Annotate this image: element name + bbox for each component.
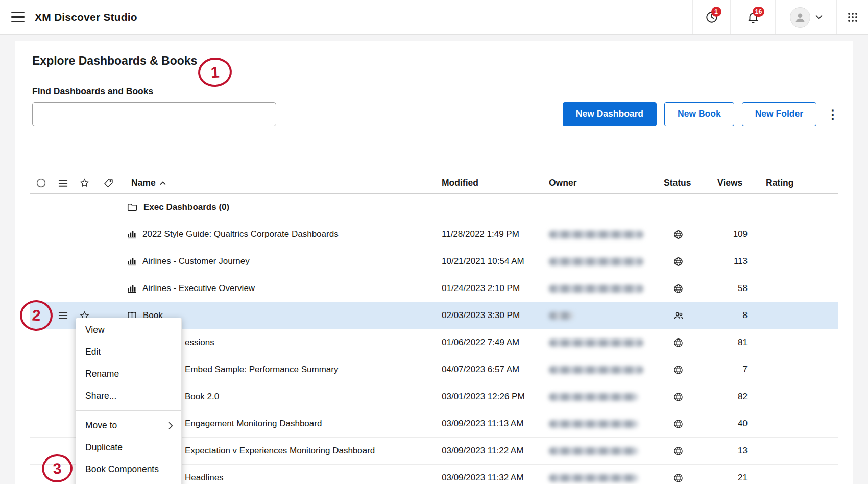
menu-item-rename[interactable]: Rename xyxy=(76,363,181,385)
folder-icon xyxy=(127,202,138,213)
menu-item-label: Duplicate xyxy=(85,442,123,453)
row-owner xyxy=(549,339,664,347)
menu-item-book-components[interactable]: Book Components xyxy=(76,458,181,480)
row-owner xyxy=(549,366,664,374)
row-name-text: Expectation v Experiences Monitoring Das… xyxy=(185,446,375,456)
global-menu-icon[interactable] xyxy=(11,12,25,22)
new-dashboard-button[interactable]: New Dashboard xyxy=(563,102,657,126)
notifications-badge: 16 xyxy=(753,7,765,17)
row-name-text: Airlines - Customer Journey xyxy=(142,256,250,267)
row-status xyxy=(664,283,717,294)
table-row[interactable]: 2022 Style Guide: Qualtrics Corporate Da… xyxy=(30,221,838,248)
table-row[interactable]: Airlines - Executive Overview01/24/2023 … xyxy=(30,275,838,302)
menu-divider xyxy=(76,410,181,411)
column-header-name[interactable]: Name xyxy=(122,178,442,188)
new-book-button[interactable]: New Book xyxy=(664,102,734,126)
app-switcher-button[interactable] xyxy=(836,0,868,34)
table-header: Name Modified Owner Status Views Rating xyxy=(30,173,838,194)
owner-blurred-text xyxy=(549,447,638,455)
row-modified: 03/09/2023 11:22 AM xyxy=(442,446,549,456)
row-name-text: Embed Sample: Performance Summary xyxy=(185,365,338,375)
clock-icon: 1 xyxy=(705,11,718,24)
menu-item-edit[interactable]: Edit xyxy=(76,341,181,363)
table-row[interactable]: Airlines - Customer Journey10/21/2021 10… xyxy=(30,248,838,275)
menu-item-label: Share... xyxy=(85,391,116,401)
column-header-views[interactable]: Views xyxy=(717,178,766,188)
row-owner xyxy=(549,231,664,238)
menu-item-move-to[interactable]: Move to xyxy=(76,415,181,437)
row-name-text: Airlines - Executive Overview xyxy=(142,283,255,294)
row-status xyxy=(664,256,717,267)
dashboard-icon xyxy=(127,256,137,267)
new-folder-button[interactable]: New Folder xyxy=(742,102,816,126)
alerts-button[interactable]: 1 xyxy=(692,0,730,34)
row-status xyxy=(664,392,717,402)
notifications-button[interactable]: 16 xyxy=(730,0,775,34)
select-all-circle-icon[interactable] xyxy=(30,178,52,188)
topbar-right: 1 16 xyxy=(692,0,868,34)
row-status xyxy=(664,310,717,321)
page-title: Explore Dashboards & Books xyxy=(32,54,197,68)
status-public-icon xyxy=(673,446,684,456)
column-header-rating[interactable]: Rating xyxy=(766,178,838,188)
status-public-icon xyxy=(673,229,684,240)
owner-blurred-text xyxy=(549,366,643,374)
row-status xyxy=(664,446,717,456)
filter-menu-icon[interactable] xyxy=(52,179,74,187)
row-modified: 10/21/2021 10:54 AM xyxy=(442,256,549,267)
menu-item-duplicate[interactable]: Duplicate xyxy=(76,437,181,458)
status-public-icon xyxy=(673,473,684,483)
status-public-icon xyxy=(673,419,684,429)
row-name-text: 2022 Style Guide: Qualtrics Corporate Da… xyxy=(142,229,339,239)
row-owner xyxy=(549,447,664,455)
find-label: Find Dashboards and Books xyxy=(32,86,153,97)
row-status xyxy=(664,337,717,348)
row-name: 2022 Style Guide: Qualtrics Corporate Da… xyxy=(122,229,442,239)
action-buttons: New Dashboard New Book New Folder ⋮ xyxy=(563,102,839,126)
row-name-text: Engagement Monitoring Dashboard xyxy=(185,419,322,429)
status-shared-icon xyxy=(673,310,684,321)
owner-blurred-text xyxy=(549,339,643,347)
dashboard-icon xyxy=(127,283,137,294)
row-views: 21 xyxy=(717,473,766,483)
row-name-text: Headlines xyxy=(185,473,224,483)
dashboard-icon xyxy=(127,229,137,239)
menu-item-label: Book Components xyxy=(85,464,159,475)
menu-item-share[interactable]: Share... xyxy=(76,385,181,407)
menu-item-label: Edit xyxy=(85,347,101,357)
row-owner xyxy=(549,420,664,428)
labels-tag-icon[interactable] xyxy=(95,178,122,188)
column-header-modified[interactable]: Modified xyxy=(442,178,549,188)
menu-item-label: View xyxy=(85,325,105,335)
status-public-icon xyxy=(673,337,684,348)
row-name-text: Book 2.0 xyxy=(185,392,219,402)
more-actions-icon[interactable]: ⋮ xyxy=(826,109,839,119)
row-name: Airlines - Executive Overview xyxy=(122,283,442,294)
search-input[interactable] xyxy=(32,102,276,126)
row-status xyxy=(664,365,717,375)
owner-blurred-text xyxy=(549,312,573,320)
row-owner xyxy=(549,393,664,401)
column-header-status[interactable]: Status xyxy=(664,178,717,188)
owner-blurred-text xyxy=(549,420,638,428)
row-views: 7 xyxy=(717,365,766,375)
row-name-text: Exec Dashboards (0) xyxy=(143,202,229,212)
app-title: XM Discover Studio xyxy=(35,11,137,23)
row-modified: 01/24/2023 2:10 PM xyxy=(442,283,549,294)
row-menu-icon[interactable] xyxy=(52,311,74,320)
favorites-star-icon[interactable] xyxy=(74,178,95,188)
menu-item-view[interactable]: View xyxy=(76,319,181,341)
row-views: 81 xyxy=(717,337,766,348)
status-public-icon xyxy=(673,283,684,294)
row-views: 8 xyxy=(717,310,766,321)
row-modified: 01/06/2022 7:49 AM xyxy=(442,337,549,348)
user-menu-button[interactable] xyxy=(775,0,836,34)
row-owner xyxy=(549,312,664,320)
row-views: 109 xyxy=(717,229,766,239)
row-status xyxy=(664,473,717,483)
row-modified: 03/09/2023 11:13 AM xyxy=(442,419,549,429)
row-status xyxy=(664,229,717,240)
column-header-owner[interactable]: Owner xyxy=(549,178,664,188)
table-row[interactable]: Exec Dashboards (0) xyxy=(30,194,838,221)
row-views: 13 xyxy=(717,446,766,456)
